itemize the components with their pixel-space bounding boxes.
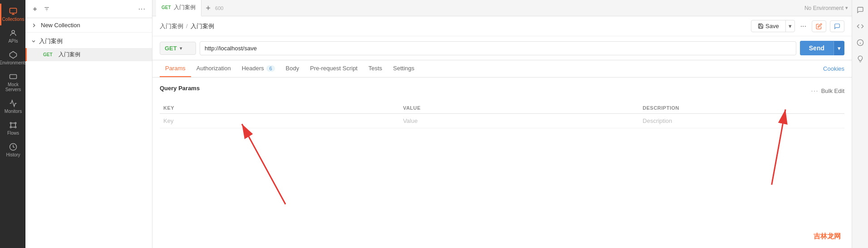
save-button-group: Save ▾ bbox=[751, 20, 795, 32]
description-cell[interactable]: Description bbox=[639, 114, 810, 128]
method-selector[interactable]: GET ▾ bbox=[160, 42, 196, 55]
sidebar-item-flows[interactable]: Flows bbox=[0, 117, 25, 139]
send-dropdown-button[interactable]: ▾ bbox=[834, 41, 844, 55]
svg-point-7 bbox=[15, 126, 16, 128]
svg-point-6 bbox=[10, 126, 11, 128]
send-button-group: Send ▾ bbox=[800, 41, 844, 55]
chevron-right-icon bbox=[31, 22, 37, 29]
tab-method-badge: GET bbox=[162, 5, 171, 10]
tab-headers[interactable]: Headers 6 bbox=[236, 60, 280, 77]
tab-headers-label: Headers bbox=[242, 65, 264, 72]
svg-marker-2 bbox=[10, 52, 17, 58]
tab-tests[interactable]: Tests bbox=[363, 60, 387, 77]
tab-body-label: Body bbox=[286, 65, 299, 72]
tab-name: 入门案例 bbox=[174, 4, 196, 11]
collections-header-left bbox=[31, 5, 51, 13]
breadcrumb-parent: 入门案例 bbox=[160, 22, 183, 30]
sidebar-history-label: History bbox=[6, 152, 20, 157]
edit-icon bbox=[816, 23, 822, 29]
method-dropdown-arrow: ▾ bbox=[180, 46, 182, 51]
save-dropdown-button[interactable]: ▾ bbox=[785, 20, 794, 32]
request-method-badge: GET bbox=[43, 52, 56, 57]
right-icon-code[interactable] bbox=[854, 20, 867, 33]
breadcrumb-actions: Save ▾ ··· bbox=[751, 20, 844, 32]
request-name: 入门案例 bbox=[59, 51, 80, 58]
collections-panel-header: ··· bbox=[25, 0, 152, 18]
tab-params[interactable]: Params bbox=[160, 60, 191, 77]
sidebar-monitors-label: Monitors bbox=[5, 109, 22, 114]
request-tab[interactable]: GET 入门案例 bbox=[156, 0, 201, 16]
sidebar-apis-label: APIs bbox=[8, 39, 18, 44]
breadcrumb: 入门案例 / 入门案例 bbox=[160, 22, 214, 30]
comment-icon-button[interactable] bbox=[830, 20, 844, 32]
tab-bar: GET 入门案例 + 600 No Environment ▾ bbox=[152, 0, 852, 16]
value-cell[interactable]: Value bbox=[399, 114, 639, 128]
collection-item: 入门案例 GET 入门案例 bbox=[25, 33, 152, 63]
row-actions-cell bbox=[810, 114, 844, 128]
query-params-title: Query Params bbox=[160, 85, 200, 92]
chevron-down-icon bbox=[31, 39, 36, 44]
sidebar-collections-label: Collections bbox=[2, 17, 25, 22]
headers-badge: 6 bbox=[266, 65, 275, 72]
breadcrumb-current: 入门案例 bbox=[191, 22, 214, 30]
right-icon-bulb[interactable] bbox=[854, 53, 867, 65]
sidebar-mock-servers-label: Mock Servers bbox=[3, 82, 23, 92]
sidebar-item-collections[interactable]: Collections bbox=[0, 4, 25, 25]
env-dropdown-arrow[interactable]: ▾ bbox=[845, 5, 848, 11]
svg-point-4 bbox=[10, 122, 11, 124]
tab-pre-request-script[interactable]: Pre-request Script bbox=[304, 60, 363, 77]
bulk-edit-button[interactable]: ··· Bulk Edit bbox=[811, 87, 844, 95]
tab-settings[interactable]: Settings bbox=[387, 60, 420, 77]
request-item[interactable]: GET 入门案例 bbox=[25, 48, 152, 61]
svg-rect-3 bbox=[10, 75, 17, 79]
tab-settings-label: Settings bbox=[393, 65, 414, 72]
url-input[interactable] bbox=[200, 41, 796, 55]
col-description-header: DESCRIPTION bbox=[639, 102, 810, 114]
method-label: GET bbox=[165, 45, 177, 52]
comment-icon bbox=[834, 23, 840, 29]
edit-icon-button[interactable] bbox=[812, 20, 826, 32]
col-key-header: KEY bbox=[160, 102, 399, 114]
right-sidebar bbox=[852, 0, 868, 248]
svg-point-1 bbox=[12, 30, 15, 33]
sidebar-item-monitors[interactable]: Monitors bbox=[0, 96, 25, 117]
sidebar-item-mock-servers[interactable]: Mock Servers bbox=[0, 69, 25, 96]
url-bar: GET ▾ Send ▾ bbox=[152, 36, 852, 60]
sidebar-environments-label: Environments bbox=[0, 60, 27, 65]
table-row: Key Value Description bbox=[160, 114, 844, 128]
panel-more-button[interactable]: ··· bbox=[137, 4, 147, 14]
svg-rect-0 bbox=[10, 8, 17, 13]
tab-tests-label: Tests bbox=[368, 65, 382, 72]
toolbar-more-button[interactable]: ··· bbox=[799, 20, 808, 32]
tab-body[interactable]: Body bbox=[280, 60, 305, 77]
right-icon-info[interactable] bbox=[854, 36, 867, 49]
collection-name: 入门案例 bbox=[39, 37, 63, 45]
new-collection-label: New Collection bbox=[41, 22, 80, 29]
right-icon-comment[interactable] bbox=[854, 4, 867, 16]
add-collection-button[interactable] bbox=[31, 5, 39, 13]
new-collection-row[interactable]: New Collection bbox=[25, 18, 152, 33]
sidebar-item-history[interactable]: History bbox=[0, 139, 25, 161]
watermark: 吉林龙网 bbox=[814, 232, 841, 241]
save-button[interactable]: Save bbox=[751, 20, 785, 32]
request-tabs: Params Authorization Headers 6 Body Pre-… bbox=[152, 60, 852, 78]
main-content: GET 入门案例 + 600 No Environment ▾ 入门案例 / 入… bbox=[152, 0, 852, 248]
bulk-edit-dots: ··· bbox=[811, 87, 818, 95]
add-tab-button[interactable]: + bbox=[203, 4, 214, 12]
send-button[interactable]: Send bbox=[800, 41, 834, 55]
col-value-header: VALUE bbox=[399, 102, 639, 114]
sidebar-item-environments[interactable]: Environments bbox=[0, 47, 25, 69]
filter-button[interactable] bbox=[43, 5, 51, 13]
collection-item-header[interactable]: 入门案例 bbox=[25, 34, 152, 48]
collections-panel: ··· New Collection 入门案例 GET 入门案例 bbox=[25, 0, 152, 248]
svg-point-5 bbox=[15, 122, 16, 124]
cookies-link[interactable]: Cookies bbox=[823, 65, 844, 72]
save-icon bbox=[758, 23, 764, 29]
sidebar-item-apis[interactable]: APIs bbox=[0, 25, 25, 47]
tab-authorization[interactable]: Authorization bbox=[191, 60, 236, 77]
tab-params-label: Params bbox=[165, 65, 186, 72]
params-area: Query Params ··· Bulk Edit KEY VALUE DES… bbox=[152, 78, 852, 248]
sidebar-flows-label: Flows bbox=[7, 131, 19, 136]
key-cell[interactable]: Key bbox=[160, 114, 399, 128]
tab-count: 600 bbox=[215, 5, 223, 11]
